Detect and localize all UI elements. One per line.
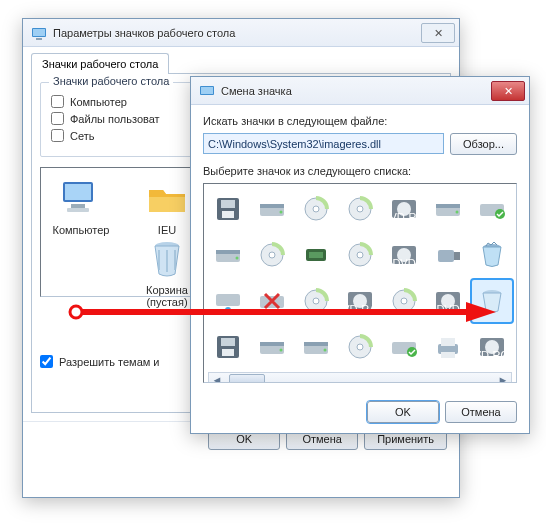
checkbox-allow-themes-label: Разрешить темам и xyxy=(59,356,160,368)
disc-icon xyxy=(301,194,331,224)
checkbox-computer-input[interactable] xyxy=(51,95,64,108)
checkbox-computer-label: Компьютер xyxy=(70,96,127,108)
icon-option[interactable] xyxy=(296,234,336,276)
window-title: Смена значка xyxy=(221,85,491,97)
icon-option[interactable] xyxy=(208,326,248,368)
svg-rect-2 xyxy=(36,38,42,40)
svg-rect-29 xyxy=(216,250,240,254)
dvdrom-icon: DVD-ROM xyxy=(477,332,507,362)
icon-option[interactable] xyxy=(296,188,336,230)
hdd-icon xyxy=(257,194,287,224)
tab-desktop-icons[interactable]: Значки рабочего стола xyxy=(31,53,169,74)
dialog-body: Искать значки в следующем файле: Обзор..… xyxy=(191,105,529,433)
disc-icon xyxy=(345,332,375,362)
checkbox-network-input[interactable] xyxy=(51,129,64,142)
binempty-icon xyxy=(477,286,507,316)
icon-option[interactable] xyxy=(208,234,248,276)
pick-label: Выберите значок из следующего списка: xyxy=(203,165,517,177)
icon-option[interactable] xyxy=(296,280,336,322)
binfull-icon xyxy=(477,240,507,270)
close-button[interactable]: ✕ xyxy=(421,23,455,43)
icon-option[interactable] xyxy=(428,188,468,230)
icon-option[interactable] xyxy=(252,280,292,322)
icon-option[interactable] xyxy=(428,326,468,368)
icon-option[interactable] xyxy=(252,188,292,230)
svg-rect-58 xyxy=(221,338,235,346)
svg-rect-34 xyxy=(309,252,323,258)
checkbox-allow-themes-input[interactable] xyxy=(40,355,53,368)
svg-point-67 xyxy=(357,344,363,350)
netdrv-icon xyxy=(213,286,243,316)
icon-option[interactable] xyxy=(472,234,512,276)
svg-point-52 xyxy=(401,298,407,304)
svg-point-36 xyxy=(357,252,363,258)
horizontal-scrollbar[interactable]: ◄ ► xyxy=(208,372,512,383)
icon-option[interactable] xyxy=(340,234,380,276)
chip-icon xyxy=(301,240,331,270)
disc-icon xyxy=(257,240,287,270)
preview-computer[interactable]: Компьютер xyxy=(49,176,113,288)
dvdrw-icon: DVD-RW xyxy=(389,194,419,224)
icon-option[interactable] xyxy=(384,326,424,368)
scroll-left-icon[interactable]: ◄ xyxy=(209,374,225,383)
group-title: Значки рабочего стола xyxy=(49,75,173,87)
icon-option[interactable]: DVD-ROM xyxy=(472,326,512,368)
icon-option[interactable]: DVD xyxy=(428,280,468,322)
icon-option[interactable] xyxy=(252,234,292,276)
svg-rect-40 xyxy=(438,250,454,262)
svg-point-47 xyxy=(313,298,319,304)
icon-option[interactable] xyxy=(340,326,380,368)
svg-rect-61 xyxy=(260,342,284,346)
hddok-icon xyxy=(389,332,419,362)
svg-rect-12 xyxy=(222,211,234,218)
icon-option[interactable] xyxy=(472,280,512,322)
checkbox-network-label: Сеть xyxy=(70,130,94,142)
hddx-icon xyxy=(257,286,287,316)
window-title: Параметры значков рабочего стола xyxy=(53,27,421,39)
checkbox-userfiles-label: Файлы пользоват xyxy=(70,113,160,125)
hdd-icon xyxy=(301,332,331,362)
disc-icon xyxy=(345,194,375,224)
ok-button[interactable]: OK xyxy=(367,401,439,423)
svg-point-32 xyxy=(269,252,275,258)
tab-strip: Значки рабочего стола xyxy=(23,47,459,74)
svg-rect-11 xyxy=(221,200,235,208)
app-icon xyxy=(199,83,215,99)
icon-option[interactable] xyxy=(340,188,380,230)
browse-button[interactable]: Обзор... xyxy=(450,133,517,155)
scroll-right-icon[interactable]: ► xyxy=(495,374,511,383)
icon-option[interactable] xyxy=(208,188,248,230)
cancel-button[interactable]: Отмена xyxy=(445,401,517,423)
icon-option[interactable] xyxy=(472,188,512,230)
svg-point-30 xyxy=(236,257,239,260)
disc-icon xyxy=(389,286,419,316)
scroll-thumb[interactable] xyxy=(229,374,265,383)
svg-point-15 xyxy=(280,211,283,214)
icon-option[interactable] xyxy=(252,326,292,368)
cam-icon xyxy=(433,240,463,270)
svg-rect-5 xyxy=(71,204,85,208)
dialog-button-row: OK Отмена xyxy=(203,393,517,423)
disc-icon xyxy=(301,286,331,316)
svg-point-17 xyxy=(313,206,319,212)
close-button[interactable]: ✕ xyxy=(491,81,525,101)
disc-icon xyxy=(345,240,375,270)
icon-option[interactable]: DVD-RAM xyxy=(340,280,380,322)
icon-option[interactable] xyxy=(384,280,424,322)
discbox-icon: DVD xyxy=(433,286,463,316)
icon-option[interactable] xyxy=(428,234,468,276)
svg-rect-71 xyxy=(441,338,455,346)
icon-option[interactable]: DVD xyxy=(384,234,424,276)
preview-computer-label: Компьютер xyxy=(49,224,113,236)
icon-option[interactable] xyxy=(296,326,336,368)
svg-rect-14 xyxy=(260,204,284,208)
icon-option[interactable]: DVD-RW xyxy=(384,188,424,230)
titlebar: Смена значка ✕ xyxy=(191,77,529,105)
icon-option[interactable] xyxy=(208,280,248,322)
path-input[interactable] xyxy=(203,133,444,154)
svg-rect-1 xyxy=(33,29,45,36)
change-icon-dialog: Смена значка ✕ Искать значки в следующем… xyxy=(190,76,530,434)
checkbox-userfiles-input[interactable] xyxy=(51,112,64,125)
hdd-icon xyxy=(213,240,243,270)
svg-text:DVD-RW: DVD-RW xyxy=(389,211,419,223)
